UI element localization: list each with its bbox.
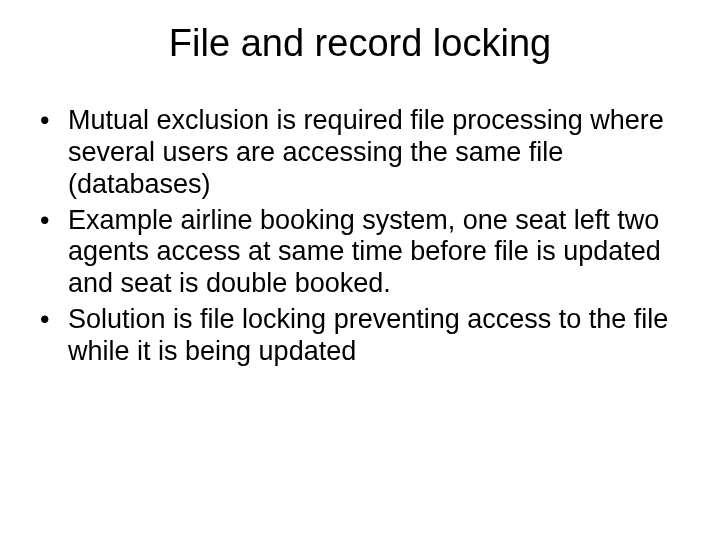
- bullet-list: Mutual exclusion is required file proces…: [30, 105, 690, 368]
- slide-title: File and record locking: [0, 0, 720, 75]
- bullet-item: Solution is file locking preventing acce…: [30, 304, 690, 368]
- bullet-item: Example airline booking system, one seat…: [30, 205, 690, 301]
- slide-body: Mutual exclusion is required file proces…: [0, 75, 720, 368]
- bullet-item: Mutual exclusion is required file proces…: [30, 105, 690, 201]
- slide: File and record locking Mutual exclusion…: [0, 0, 720, 540]
